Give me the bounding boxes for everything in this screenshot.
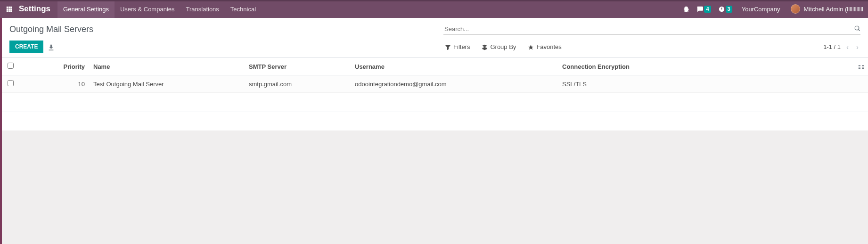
menu-users-companies[interactable]: Users & Companies (115, 0, 180, 18)
table-row[interactable]: 10 Test Outgoing Mail Server smtp.gmail.… (2, 75, 868, 93)
favorites-label: Favorites (536, 43, 561, 50)
row-checkbox[interactable] (8, 80, 14, 86)
svg-rect-5 (10, 8, 11, 9)
search-input[interactable] (443, 24, 860, 34)
top-menu: General Settings Users & Companies Trans… (57, 0, 262, 18)
pager-text[interactable]: 1-1 / 1 (823, 43, 841, 50)
search-icon[interactable] (854, 24, 860, 32)
svg-rect-7 (8, 10, 9, 11)
download-button[interactable] (43, 40, 59, 53)
svg-rect-1 (8, 6, 9, 8)
svg-rect-4 (8, 8, 9, 9)
control-panel: Outgoing Mail Servers CREATE Filters (2, 18, 868, 58)
svg-rect-3 (6, 8, 8, 9)
svg-rect-2 (10, 6, 11, 8)
app-title[interactable]: Settings (18, 4, 57, 14)
messages-badge: 4 (704, 6, 711, 13)
pager: 1-1 / 1 ‹ › (823, 42, 860, 52)
activities-badge: 3 (726, 6, 732, 13)
avatar (791, 4, 800, 14)
select-all-checkbox[interactable] (8, 63, 14, 69)
debug-icon[interactable] (680, 0, 693, 18)
header-priority[interactable]: Priority (19, 58, 90, 75)
activities-icon[interactable]: 3 (715, 0, 736, 18)
company-switcher[interactable]: YourCompany (736, 6, 786, 13)
svg-rect-6 (6, 10, 8, 11)
filter-icon (445, 43, 451, 50)
messages-icon[interactable]: 4 (693, 0, 714, 18)
create-button[interactable]: CREATE (9, 41, 43, 53)
table-container: Priority Name SMTP Server Username Conne… (2, 58, 868, 130)
cell-name: Test Outgoing Mail Server (90, 75, 245, 93)
groupby-button[interactable]: Group By (480, 41, 521, 51)
pager-prev[interactable]: ‹ (844, 42, 851, 52)
header-encryption[interactable]: Connection Encryption (558, 58, 854, 75)
header-name[interactable]: Name (90, 58, 245, 75)
filters-button[interactable]: Filters (443, 41, 475, 51)
search-wrap (443, 24, 860, 35)
layers-icon (482, 43, 488, 50)
filters-label: Filters (453, 43, 470, 50)
favorites-button[interactable]: Favorites (526, 41, 566, 51)
user-menu[interactable]: Mitchell Admin (llllllllllll (786, 4, 866, 14)
header-username[interactable]: Username (351, 58, 558, 75)
menu-technical[interactable]: Technical (225, 0, 262, 18)
data-table: Priority Name SMTP Server Username Conne… (2, 58, 868, 93)
page-title: Outgoing Mail Servers (9, 24, 93, 34)
topbar: Settings General Settings Users & Compan… (0, 0, 868, 18)
menu-general-settings[interactable]: General Settings (57, 0, 115, 18)
header-smtp[interactable]: SMTP Server (245, 58, 351, 75)
star-icon (528, 43, 534, 50)
header-options[interactable] (854, 58, 868, 75)
groupby-label: Group By (490, 43, 516, 50)
pager-next[interactable]: › (854, 42, 860, 52)
cell-encryption: SSL/TLS (558, 75, 854, 93)
svg-rect-0 (6, 6, 8, 8)
menu-translations[interactable]: Translations (180, 0, 225, 18)
cell-priority: 10 (19, 75, 90, 93)
user-name: Mitchell Admin (llllllllllll (804, 6, 863, 13)
cell-username: odoointegrationdemo@gmail.com (351, 75, 558, 93)
svg-rect-8 (10, 10, 11, 11)
cell-smtp: smtp.gmail.com (245, 75, 351, 93)
apps-icon[interactable] (0, 0, 18, 18)
